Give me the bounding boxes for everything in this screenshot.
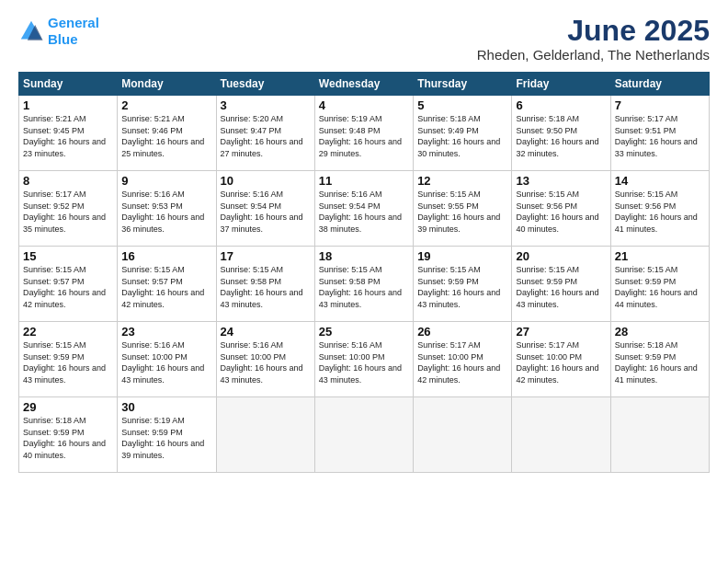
day-cell-15: 15 Sunrise: 5:15 AMSunset: 9:57 PMDaylig… [19,247,118,322]
day-cell-3: 3 Sunrise: 5:20 AMSunset: 9:47 PMDayligh… [216,96,314,171]
day-cell-4: 4 Sunrise: 5:19 AMSunset: 9:48 PMDayligh… [314,96,413,171]
col-wednesday: Wednesday [314,73,413,96]
empty-cell [414,397,512,473]
page-header: General Blue June 2025 Rheden, Gelderlan… [18,15,710,63]
day-cell-10: 10 Sunrise: 5:16 AMSunset: 9:54 PMDaylig… [216,171,314,247]
calendar-week-4: 22 Sunrise: 5:15 AMSunset: 9:59 PMDaylig… [19,322,710,397]
col-monday: Monday [118,73,216,96]
day-cell-20: 20 Sunrise: 5:15 AMSunset: 9:59 PMDaylig… [512,247,610,322]
day-cell-22: 22 Sunrise: 5:15 AMSunset: 9:59 PMDaylig… [19,322,118,397]
col-thursday: Thursday [414,73,512,96]
day-cell-11: 11 Sunrise: 5:16 AMSunset: 9:54 PMDaylig… [314,171,413,247]
col-saturday: Saturday [610,73,709,96]
month-title: June 2025 [477,15,710,47]
day-cell-6: 6 Sunrise: 5:18 AMSunset: 9:50 PMDayligh… [512,96,610,171]
day-cell-12: 12 Sunrise: 5:15 AMSunset: 9:55 PMDaylig… [414,171,512,247]
day-cell-28: 28 Sunrise: 5:18 AMSunset: 9:59 PMDaylig… [610,322,709,397]
day-cell-27: 27 Sunrise: 5:17 AMSunset: 10:00 PMDayli… [512,322,610,397]
day-cell-24: 24 Sunrise: 5:16 AMSunset: 10:00 PMDayli… [216,322,314,397]
day-cell-23: 23 Sunrise: 5:16 AMSunset: 10:00 PMDayli… [118,322,216,397]
day-cell-9: 9 Sunrise: 5:16 AMSunset: 9:53 PMDayligh… [118,171,216,247]
day-cell-8: 8 Sunrise: 5:17 AMSunset: 9:52 PMDayligh… [19,171,118,247]
day-cell-21: 21 Sunrise: 5:15 AMSunset: 9:59 PMDaylig… [610,247,709,322]
day-cell-17: 17 Sunrise: 5:15 AMSunset: 9:58 PMDaylig… [216,247,314,322]
calendar-week-3: 15 Sunrise: 5:15 AMSunset: 9:57 PMDaylig… [19,247,710,322]
day-cell-29: 29 Sunrise: 5:18 AMSunset: 9:59 PMDaylig… [19,397,118,473]
empty-cell [610,397,709,473]
empty-cell [314,397,413,473]
day-cell-5: 5 Sunrise: 5:18 AMSunset: 9:49 PMDayligh… [414,96,512,171]
calendar-header-row: Sunday Monday Tuesday Wednesday Thursday… [19,73,710,96]
page-container: General Blue June 2025 Rheden, Gelderlan… [0,0,728,482]
col-sunday: Sunday [19,73,118,96]
day-cell-25: 25 Sunrise: 5:16 AMSunset: 10:00 PMDayli… [314,322,413,397]
day-cell-13: 13 Sunrise: 5:15 AMSunset: 9:56 PMDaylig… [512,171,610,247]
calendar-week-2: 8 Sunrise: 5:17 AMSunset: 9:52 PMDayligh… [19,171,710,247]
day-cell-7: 7 Sunrise: 5:17 AMSunset: 9:51 PMDayligh… [610,96,709,171]
day-cell-19: 19 Sunrise: 5:15 AMSunset: 9:59 PMDaylig… [414,247,512,322]
day-cell-14: 14 Sunrise: 5:15 AMSunset: 9:56 PMDaylig… [610,171,709,247]
calendar-week-5: 29 Sunrise: 5:18 AMSunset: 9:59 PMDaylig… [19,397,710,473]
empty-cell [512,397,610,473]
day-cell-16: 16 Sunrise: 5:15 AMSunset: 9:57 PMDaylig… [118,247,216,322]
day-cell-2: 2 Sunrise: 5:21 AMSunset: 9:46 PMDayligh… [118,96,216,171]
logo: General Blue [18,15,99,48]
logo-text: General Blue [48,15,99,48]
day-cell-1: 1 Sunrise: 5:21 AMSunset: 9:45 PMDayligh… [19,96,118,171]
logo-icon [18,18,44,44]
day-cell-18: 18 Sunrise: 5:15 AMSunset: 9:58 PMDaylig… [314,247,413,322]
empty-cell [216,397,314,473]
calendar-week-1: 1 Sunrise: 5:21 AMSunset: 9:45 PMDayligh… [19,96,710,171]
location: Rheden, Gelderland, The Netherlands [477,47,710,63]
day-cell-26: 26 Sunrise: 5:17 AMSunset: 10:00 PMDayli… [414,322,512,397]
calendar-table: Sunday Monday Tuesday Wednesday Thursday… [18,72,710,473]
title-block: June 2025 Rheden, Gelderland, The Nether… [477,15,710,63]
col-tuesday: Tuesday [216,73,314,96]
day-cell-30: 30 Sunrise: 5:19 AMSunset: 9:59 PMDaylig… [118,397,216,473]
col-friday: Friday [512,73,610,96]
